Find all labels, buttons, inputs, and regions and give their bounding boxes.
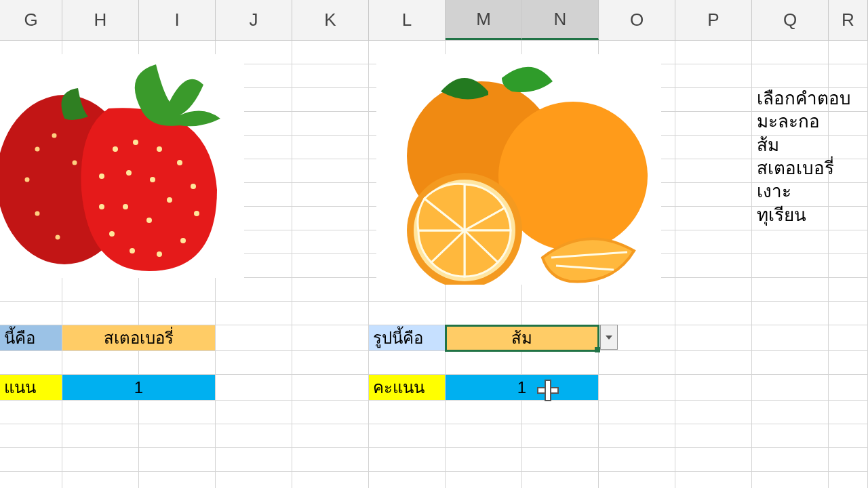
svg-point-18 [123,204,128,209]
svg-point-10 [130,248,135,253]
left-score-value[interactable]: 1 [62,375,216,401]
column-header-J[interactable]: J [216,0,292,40]
column-header-Q[interactable]: Q [752,0,829,40]
right-score-value[interactable]: 1 [446,375,599,401]
column-header-L[interactable]: L [369,0,446,40]
column-headers: GHIJKLMNOPQR [0,0,868,41]
svg-point-13 [99,174,104,179]
column-header-I[interactable]: I [139,0,216,40]
svg-point-2 [113,146,118,152]
svg-point-20 [52,134,57,138]
svg-point-9 [157,251,162,257]
column-header-G[interactable]: G [0,0,62,40]
column-header-O[interactable]: O [599,0,675,40]
right-image-label: รูปนี้คือ [369,325,446,351]
image-orange [376,54,661,285]
left-image-label: นี้คือ [0,325,62,351]
answer-option: เงาะ [757,180,851,203]
svg-point-8 [180,238,186,243]
right-answer-cell[interactable]: ส้ม [446,325,599,351]
answer-option: เลือกคำตอบ [757,87,851,110]
left-score-label: แนน [0,375,62,401]
svg-point-11 [109,231,115,237]
svg-point-23 [56,235,60,240]
image-strawberry [0,54,244,278]
column-header-R[interactable]: R [829,0,868,40]
svg-point-19 [35,147,40,152]
dropdown-button[interactable] [600,325,618,350]
svg-point-21 [25,178,30,182]
svg-point-3 [133,140,138,145]
column-header-N[interactable]: N [522,0,599,40]
svg-point-15 [150,177,155,182]
svg-point-16 [167,197,172,203]
column-header-M[interactable]: M [446,0,522,40]
svg-point-4 [157,146,162,152]
column-header-H[interactable]: H [62,0,139,40]
svg-point-7 [194,211,199,216]
answer-option: ส้ม [757,134,851,157]
svg-point-6 [191,184,196,189]
answer-option: สเตอเบอรี่ [757,157,851,180]
column-header-K[interactable]: K [292,0,369,40]
svg-point-5 [177,160,182,165]
svg-point-22 [35,211,40,216]
svg-point-24 [73,161,77,165]
svg-point-17 [146,218,152,223]
answer-options-list: เลือกคำตอบมะละกอส้มสเตอเบอรี่เงาะทุเรียน [757,87,851,226]
svg-point-14 [126,170,132,176]
answer-option: มะละกอ [757,110,851,133]
column-header-P[interactable]: P [675,0,752,40]
svg-point-12 [99,204,104,209]
right-score-label: คะแนน [369,375,446,401]
answer-option: ทุเรียน [757,203,851,226]
left-answer-cell[interactable]: สเตอเบอรี่ [62,325,216,351]
